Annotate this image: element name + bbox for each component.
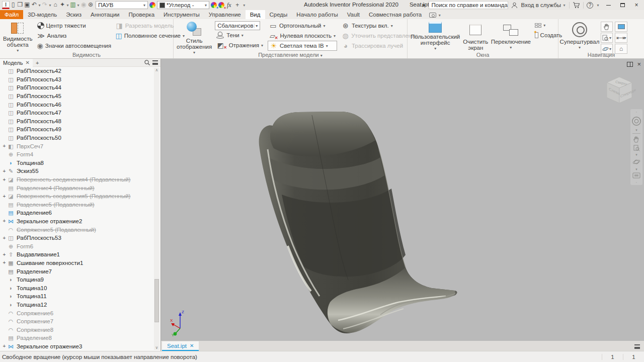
expand-toggle[interactable]: + (2, 143, 7, 149)
pan-icon[interactable] (631, 136, 641, 143)
chevron-down-icon[interactable]: ▾ (204, 3, 208, 8)
tree-item[interactable]: ◫ РабПлоскость46 (0, 100, 153, 109)
sign-in-button[interactable]: Вход в службы▾ (521, 1, 566, 9)
qat-icon[interactable]: ✦ (59, 1, 66, 9)
seat-3d-model[interactable] (161, 59, 644, 341)
document-list-icon[interactable] (634, 344, 640, 349)
ribbon-tab[interactable]: Инструменты (159, 10, 204, 19)
tree-item[interactable]: ⊕ Form4 (0, 150, 153, 159)
chevron-down-icon[interactable]: ▾ (635, 129, 637, 131)
qat-icon[interactable]: ↷ (41, 1, 48, 9)
tree-item[interactable]: ◫ РабПлоскость50 (0, 134, 153, 142)
material-combobox[interactable]: ПАУВ ▾ (96, 1, 148, 9)
analysis-button[interactable]: ≫Анализ (36, 31, 111, 41)
ribbon-tab[interactable]: Вид (246, 10, 265, 19)
appearance-combobox[interactable]: *Углерод - ▾ (157, 1, 209, 9)
autoconstraint-glyphs-button[interactable]: ◉Значки автосовмещения (36, 41, 111, 51)
navbar-handle-icon[interactable]: ◦ (636, 110, 637, 114)
ribbon-tab[interactable]: Проверка (124, 10, 159, 19)
ribbon-tab[interactable]: Аннотации (86, 10, 124, 19)
lighting-style-dropdown[interactable]: ☀Светлая тема IB▾ (268, 41, 337, 51)
graphics-viewport[interactable]: Z X Y Сверху Слева Спереди × ◦ ▾ (161, 59, 644, 341)
tree-item[interactable]: ◠ Сопряжение6 (0, 309, 153, 317)
half-section-button[interactable]: ◫Половинное сечение▾ (114, 31, 176, 41)
help-dropdown-icon[interactable]: ▾ (596, 1, 600, 9)
qat-icon[interactable]: ▾ (76, 2, 80, 10)
qat-icon[interactable]: ❒ (17, 1, 24, 9)
tree-item[interactable]: ⊕ Form6 (0, 242, 153, 250)
tab-extra-tools[interactable]: ▾ (429, 11, 441, 19)
tree-item[interactable]: ◗ Толщина11 (0, 292, 153, 301)
tree-item[interactable]: + ◪ Поверхность соединения5 (Подавленный… (0, 192, 153, 201)
close-button[interactable]: × (631, 2, 642, 9)
tree-item[interactable]: ◠ Сопряжение7 (0, 317, 153, 326)
display-style-button[interactable]: Стиль отображения▾ (177, 20, 212, 51)
qat-icon[interactable]: ⊛ (87, 1, 94, 9)
tree-item[interactable]: + ◫ РабПлоскость53 (0, 234, 153, 242)
ground-plane-button[interactable]: ▱✕Нулевая плоскость▾ (268, 31, 337, 41)
center-of-gravity-button[interactable]: Центр тяжести (36, 21, 111, 31)
expand-toggle[interactable]: + (2, 343, 7, 349)
tree-item[interactable]: ◠ Сопряжение5 (Подавленный) (0, 225, 153, 234)
object-visibility-button[interactable]: Видимость объекта▾ (3, 20, 33, 51)
tree-item[interactable]: ▤ Разделение8 (0, 334, 153, 342)
steering-wheel-button[interactable]: Суперштурвал▾ (561, 20, 598, 51)
chevron-down-icon[interactable]: ▾ (635, 153, 637, 156)
tree-item[interactable]: + ▦ Сшивание поверхности1 (0, 259, 153, 267)
qat-icon[interactable]: ▯ (10, 1, 17, 9)
tree-item[interactable]: + ◧ ПврхСеч7 (0, 142, 153, 150)
scroll-down-icon[interactable]: ∨ (154, 345, 159, 350)
ribbon-tab[interactable]: Совместная работа (364, 10, 426, 19)
ribbon-tab[interactable]: 3D-модель (23, 10, 61, 19)
qat-icon[interactable]: ▾ (66, 2, 69, 10)
close-icon[interactable]: ✕ (190, 343, 194, 348)
expand-toggle[interactable]: + (2, 235, 7, 241)
ribbon-tab[interactable]: Начало работы (292, 10, 342, 19)
tree-item[interactable]: + ⋈ Зеркальное отражение2 (0, 217, 153, 226)
expand-toggle[interactable]: + (2, 218, 7, 224)
tree-item[interactable]: ◫ РабПлоскость47 (0, 109, 153, 117)
qat-icon[interactable]: ▾ (48, 2, 52, 10)
qat-icon[interactable]: ▣ (24, 1, 31, 9)
clean-screen-button[interactable]: Очистить экран (463, 20, 488, 51)
reflections-button[interactable]: ◩✕Отражения▾ (215, 40, 265, 50)
close-icon[interactable]: ✕ (25, 60, 29, 65)
document-tab[interactable]: Seat.ipt✕ (162, 341, 199, 351)
scroll-up-icon[interactable]: ∧ (154, 68, 159, 72)
clear-appearance-icon[interactable]: × (218, 2, 224, 8)
chevron-down-icon[interactable]: ▾ (635, 168, 637, 170)
expand-toggle[interactable]: + (2, 177, 7, 183)
split-window-icon[interactable] (627, 62, 633, 67)
tree-item[interactable]: + ⋈ Зеркальное отражение3 (0, 342, 153, 351)
shadows-button[interactable]: Тени▾ (215, 30, 265, 40)
qat-icon[interactable]: ▾ (38, 2, 41, 10)
tree-item[interactable]: + ✎ Эскиз55 (0, 167, 153, 175)
ribbon-tab[interactable]: Управление (204, 10, 246, 19)
browser-tab-model[interactable]: Модель✕ (0, 59, 33, 67)
scrollbar-thumb[interactable] (154, 279, 159, 322)
tree-item[interactable]: ◫ РабПлоскость45 (0, 92, 153, 101)
tree-item[interactable]: ▤ Разделение4 (Подавленный) (0, 184, 153, 192)
ribbon-tab[interactable]: Эскиз (61, 10, 86, 19)
parameters-fx-icon[interactable]: fx (226, 2, 232, 9)
switch-windows-button[interactable]: Переключение▾ (491, 20, 530, 51)
help-icon[interactable]: ? (587, 2, 593, 9)
zoom-window-button[interactable] (615, 22, 627, 32)
qat-icon[interactable]: ↶ (31, 1, 38, 9)
chevron-down-icon[interactable]: ▾ (142, 3, 146, 8)
tree-item[interactable]: ◫ РабПлоскость42 (0, 67, 153, 75)
tree-item[interactable]: ◗ Толщина9 (0, 276, 153, 284)
qat-icon[interactable]: ⌂ (52, 1, 59, 9)
visual-style-combobox[interactable]: Сбалансиров▾ (215, 21, 260, 30)
navigation-bar[interactable]: ◦ ▾ ▾ ▾ ◦ (630, 109, 642, 185)
zoom-fit-button[interactable]: ⇤⇥▾ (615, 33, 627, 43)
view-cube[interactable]: Сверху Слева Спереди (602, 74, 637, 109)
zoom-button[interactable]: ▾ (601, 33, 613, 43)
qat-icon[interactable]: ◉ (80, 1, 87, 9)
steering-wheel-icon[interactable] (631, 116, 641, 127)
user-icon[interactable] (511, 2, 518, 9)
tree-item[interactable]: ◫ РабПлоскость43 (0, 75, 153, 84)
browser-menu-button[interactable] (151, 60, 159, 65)
tree-item[interactable]: ◠ Сопряжение8 (0, 325, 153, 334)
user-interface-button[interactable]: Пользовательский интерфейс▾ (411, 20, 460, 51)
